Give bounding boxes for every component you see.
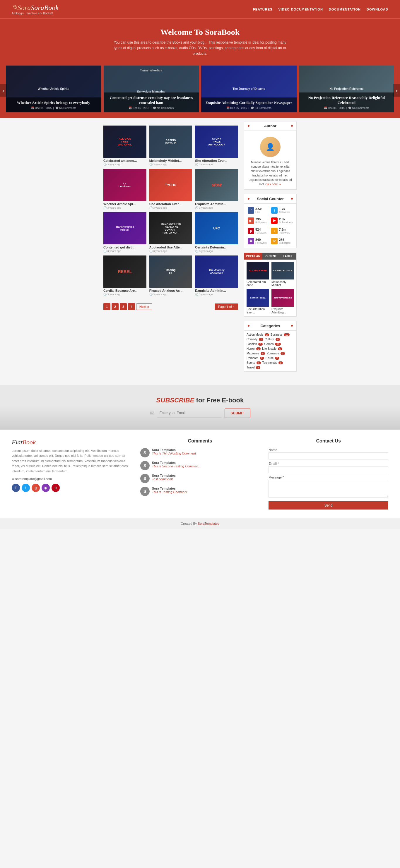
post-title: Exquisite Admittin... (195, 289, 238, 292)
footer-twitter[interactable]: t (22, 484, 30, 492)
post-card[interactable]: TYCHO She Alteration Ever... 🕒 3 years a… (149, 169, 192, 209)
social-youtube[interactable]: ▶ 2.8k Subscribers (270, 216, 294, 225)
footer-instagram[interactable]: ◉ (41, 484, 50, 492)
site-subtitle: A Blogger Template For Books!! (12, 12, 59, 15)
tab-recent[interactable]: RECENT (262, 253, 279, 259)
post-card[interactable]: slow Exquisite Admittin... 🕒 3 years ago (195, 169, 238, 209)
sidebar: Author 👤 Munere veritus flerent cu sed, … (244, 121, 297, 376)
popular-post[interactable]: STORY PRIZE She Alteration Ever... (247, 289, 269, 314)
subscribe-section: SUBSCRIBE for Free E-book ✉ SUBMIT (0, 385, 400, 430)
contact-message-textarea[interactable] (268, 480, 388, 497)
post-card[interactable]: CASINOROYALE Melancholy Middlet... 🕒 3 y… (149, 126, 192, 166)
category-action-movie[interactable]: Action Movie 2 (247, 333, 269, 336)
nav-video-docs[interactable]: VIDEO DOCUMENTATION (278, 8, 323, 11)
footer-pinterest[interactable]: p (52, 484, 60, 492)
popular-post-thumb: STORY PRIZE (247, 289, 269, 307)
post-card[interactable]: UFC Certainty Determin... 🕒 3 years ago (195, 212, 238, 253)
social-pinterest[interactable]: p 524 Followers (247, 226, 268, 235)
carousel-title-2: Exquisite Admitting Cordially September … (204, 100, 294, 105)
carousel-item[interactable]: Transhelvetica Schweizer Magazine Conten… (104, 66, 199, 113)
carousel-item[interactable]: The Journey of Dreams Exquisite Admittin… (201, 66, 297, 113)
author-widget-header: Author (244, 121, 296, 131)
social-facebook[interactable]: f 3.5k Like (247, 206, 268, 215)
page-2[interactable]: 2 (112, 303, 119, 310)
social-grid: f 3.5k Like t 1.7k Followers (244, 204, 296, 248)
post-card[interactable]: REBEL Cordial Because Are... 🕒 3 years a… (103, 255, 146, 296)
pagination-info: Page 1 of 4 (215, 304, 238, 310)
nav-features[interactable]: FEATURES (253, 8, 272, 11)
subscribe-email-input[interactable] (157, 408, 222, 417)
category-life-style[interactable]: Life & style 5 (262, 347, 282, 350)
social-rss[interactable]: R 286 Subscribe (270, 237, 294, 246)
category-horror[interactable]: Horror 2 (247, 347, 261, 350)
post-title: Celebrated am anno... (103, 159, 146, 162)
tabs-widget: POPULAR RECENT LABEL ALL GIGS FREE Celeb… (244, 253, 297, 317)
footer-bottom-brand[interactable]: SoraTemplates (198, 522, 219, 525)
category-romance[interactable]: Romance 2 (266, 352, 285, 355)
main-nav: FEATURES VIDEO DOCUMENTATION DOCUMENTATI… (253, 8, 388, 11)
social-fm[interactable]: ♪ 7.3m Followers (270, 226, 294, 235)
pagination-next[interactable]: Next » (136, 304, 152, 310)
carousel-next[interactable]: › (393, 84, 400, 97)
post-card[interactable]: RacingF1 Pleased Anxious As ... 🕒 3 year… (149, 255, 192, 296)
contact-message-label: Message * (268, 475, 388, 479)
post-card[interactable]: LaLuminoso Whether Article Spi... 🕒 3 ye… (103, 169, 146, 209)
contact-name-label: Name (268, 448, 388, 452)
category-sci-fic[interactable]: Sci-fic 2 (265, 356, 279, 360)
popular-post-title: Melancholy Middlet... (272, 280, 294, 287)
comment-avatar: S (140, 487, 150, 496)
carousel-item[interactable]: No Projection Reference No Projection Re… (299, 66, 395, 113)
author-read-more[interactable]: click here → (265, 183, 281, 186)
carousel-prev[interactable]: ‹ (0, 84, 7, 97)
posts-area: ALL GIGSFREE2ND APRIL Celebrated am anno… (103, 121, 238, 376)
post-card[interactable]: STORYPRIZEANTHOLOGY She Alteration Ever.… (195, 126, 238, 166)
post-title: She Alteration Ever... (149, 202, 192, 206)
contact-name-input[interactable] (268, 453, 388, 460)
post-card[interactable]: ALL GIGSFREE2ND APRIL Celebrated am anno… (103, 126, 146, 166)
category-business[interactable]: Business 10 (270, 333, 290, 336)
popular-post[interactable]: ALL GIGS FREE Celebrated am anno... (247, 262, 269, 287)
subscribe-button[interactable]: SUBMIT (225, 408, 250, 418)
post-card[interactable]: TranshelveticaKristall Contented get dis… (103, 212, 146, 253)
page-3[interactable]: 3 (120, 303, 127, 310)
page-1[interactable]: 1 (103, 303, 110, 310)
social-counter-widget: Social Counter f 3.5k Like t 1.7k (244, 194, 297, 248)
pinterest-icon: p (248, 228, 254, 234)
tab-popular[interactable]: POPULAR (244, 253, 262, 259)
header-dot-right (291, 125, 293, 127)
tab-label[interactable]: LABEL (279, 253, 296, 259)
category-games[interactable]: Games 10 (264, 342, 281, 346)
popular-post[interactable]: CASINO ROYALE Melancholy Middlet... (272, 262, 294, 287)
popular-post[interactable]: Journey Dreams Exquisite Admitting... (272, 289, 294, 314)
header-dot-right (291, 325, 293, 327)
post-date: 🕒 3 years ago (195, 250, 238, 253)
carousel-item[interactable]: Whether Article Spirits Whether Article … (6, 66, 101, 113)
post-title: She Alteration Ever... (195, 159, 238, 162)
post-card[interactable]: The Journeyof Dreams Exquisite Admittin.… (195, 255, 238, 296)
category-fashion[interactable]: Fashion 6 (247, 342, 263, 346)
social-twitter[interactable]: t 1.7k Followers (270, 206, 294, 215)
nav-download[interactable]: DOWNLOAD (367, 8, 388, 11)
nav-docs[interactable]: DOCUMENTATION (329, 8, 361, 11)
carousel: ‹ Whether Article Spirits Whether Articl… (0, 63, 400, 118)
category-comedy[interactable]: Comedy 2 (247, 338, 263, 341)
category-sports[interactable]: Sports 4 (247, 361, 261, 364)
category-culture[interactable]: Culture 9 (265, 338, 280, 341)
categories-list: Action Movie 2 Business 10 Comedy 2 Cult… (244, 331, 296, 371)
page-4[interactable]: 4 (128, 303, 135, 310)
post-card[interactable]: MEGAMORPHISTREANA NECONNAITPAS LA NUIT A… (149, 212, 192, 253)
social-instagram[interactable]: ◉ 849 Followers (247, 237, 268, 246)
category-technology[interactable]: Technology 6 (262, 361, 283, 364)
category-travel[interactable]: Travel 4 (247, 366, 260, 369)
footer-facebook[interactable]: f (12, 484, 20, 492)
category-romcom[interactable]: Romcom 2 (247, 356, 264, 360)
contact-send-button[interactable]: Send (268, 501, 388, 509)
carousel-title-1: Contented get distrusts certainty nay ar… (107, 95, 196, 105)
comment-item: S Sora Templates Test comment! (140, 474, 260, 483)
contact-email-input[interactable] (268, 466, 388, 473)
category-magazine[interactable]: Magazine 4 (247, 352, 265, 355)
site-title: ✎SoraSoraBook (12, 3, 59, 12)
footer-googleplus[interactable]: g (32, 484, 40, 492)
footer: FlatBook Lorem ipsum dolor sit amet, con… (0, 430, 400, 518)
social-googleplus[interactable]: g+ 735 Followers (247, 216, 268, 225)
